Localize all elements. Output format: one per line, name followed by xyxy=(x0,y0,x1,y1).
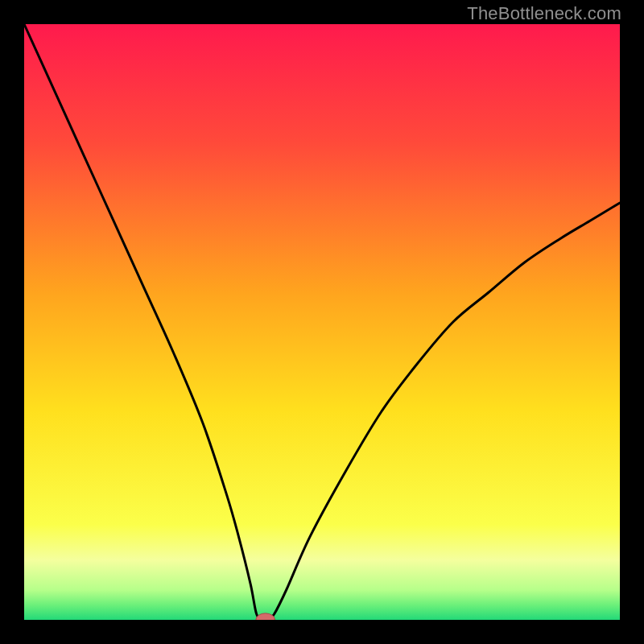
plot-svg xyxy=(24,24,620,620)
plot-area xyxy=(24,24,620,620)
chart-frame: TheBottleneck.com xyxy=(0,0,644,644)
gradient-background xyxy=(24,24,620,620)
watermark-text: TheBottleneck.com xyxy=(467,3,621,24)
